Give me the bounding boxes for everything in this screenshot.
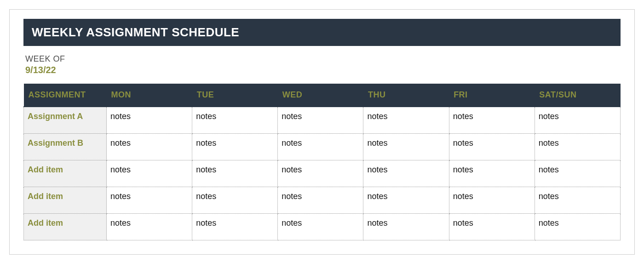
- col-wed: WED: [278, 84, 363, 107]
- notes-cell[interactable]: notes: [192, 187, 278, 214]
- notes-cell[interactable]: notes: [363, 214, 449, 240]
- notes-cell[interactable]: notes: [278, 160, 363, 187]
- notes-cell[interactable]: notes: [192, 134, 278, 160]
- notes-cell[interactable]: notes: [363, 107, 449, 134]
- notes-cell[interactable]: notes: [363, 134, 449, 160]
- notes-cell[interactable]: notes: [363, 187, 449, 214]
- table-row: Add item notes notes notes notes notes n…: [24, 187, 621, 214]
- col-fri: FRI: [449, 84, 535, 107]
- table-row: Add item notes notes notes notes notes n…: [24, 214, 621, 240]
- notes-cell[interactable]: notes: [449, 160, 535, 187]
- notes-cell[interactable]: notes: [107, 214, 192, 240]
- notes-cell[interactable]: notes: [278, 187, 363, 214]
- week-of-label: WEEK OF: [25, 54, 621, 64]
- table-row: Assignment A notes notes notes notes not…: [24, 107, 621, 134]
- assignment-name-cell[interactable]: Assignment B: [24, 134, 107, 160]
- notes-cell[interactable]: notes: [107, 187, 192, 214]
- notes-cell[interactable]: notes: [535, 160, 620, 187]
- notes-cell[interactable]: notes: [449, 134, 535, 160]
- notes-cell[interactable]: notes: [192, 160, 278, 187]
- notes-cell[interactable]: notes: [192, 214, 278, 240]
- col-mon: MON: [107, 84, 192, 107]
- notes-cell[interactable]: notes: [278, 134, 363, 160]
- notes-cell[interactable]: notes: [535, 187, 620, 214]
- notes-cell[interactable]: notes: [449, 107, 535, 134]
- notes-cell[interactable]: notes: [107, 134, 192, 160]
- notes-cell[interactable]: notes: [535, 134, 620, 160]
- assignment-name-cell[interactable]: Add item: [24, 160, 107, 187]
- notes-cell[interactable]: notes: [107, 107, 192, 134]
- assignment-name-cell[interactable]: Add item: [24, 214, 107, 240]
- col-thu: THU: [363, 84, 449, 107]
- col-satsun: SAT/SUN: [535, 84, 620, 107]
- page-title: WEEKLY ASSIGNMENT SCHEDULE: [23, 19, 621, 46]
- notes-cell[interactable]: notes: [535, 107, 620, 134]
- notes-cell[interactable]: notes: [107, 160, 192, 187]
- assignment-name-cell[interactable]: Add item: [24, 187, 107, 214]
- notes-cell[interactable]: notes: [363, 160, 449, 187]
- notes-cell[interactable]: notes: [278, 214, 363, 240]
- document-container: WEEKLY ASSIGNMENT SCHEDULE WEEK OF 9/13/…: [9, 9, 635, 255]
- schedule-table: ASSIGNMENT MON TUE WED THU FRI SAT/SUN A…: [23, 84, 621, 240]
- col-assignment: ASSIGNMENT: [24, 84, 107, 107]
- week-of-block: WEEK OF 9/13/22: [25, 54, 621, 75]
- notes-cell[interactable]: notes: [535, 214, 620, 240]
- notes-cell[interactable]: notes: [449, 214, 535, 240]
- table-header-row: ASSIGNMENT MON TUE WED THU FRI SAT/SUN: [24, 84, 621, 107]
- notes-cell[interactable]: notes: [278, 107, 363, 134]
- col-tue: TUE: [192, 84, 278, 107]
- table-row: Assignment B notes notes notes notes not…: [24, 134, 621, 160]
- week-of-date[interactable]: 9/13/22: [25, 65, 621, 75]
- notes-cell[interactable]: notes: [449, 187, 535, 214]
- assignment-name-cell[interactable]: Assignment A: [24, 107, 107, 134]
- notes-cell[interactable]: notes: [192, 107, 278, 134]
- table-row: Add item notes notes notes notes notes n…: [24, 160, 621, 187]
